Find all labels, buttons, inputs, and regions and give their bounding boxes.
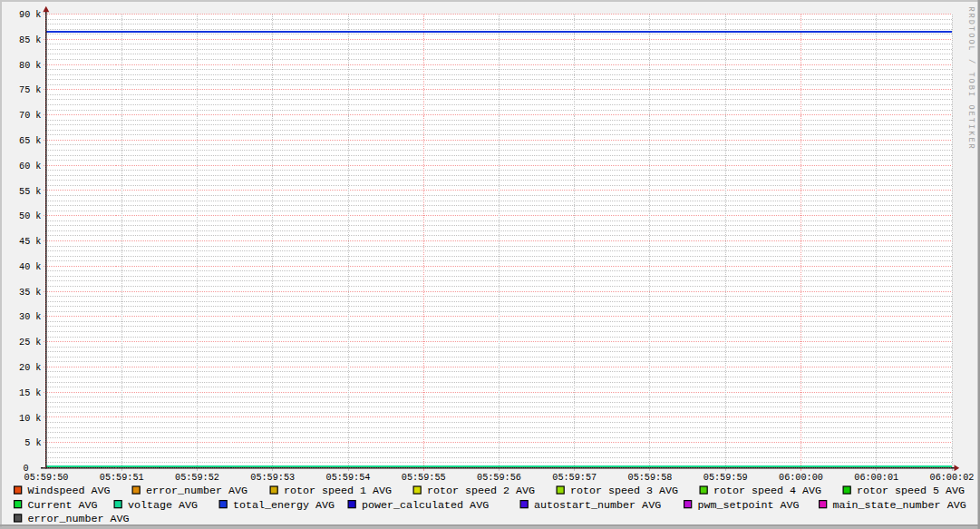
svg-text:80 k: 80 k	[19, 61, 41, 71]
svg-text:06:00:02: 06:00:02	[930, 473, 975, 483]
svg-text:main_state_number AVG: main_state_number AVG	[832, 499, 965, 512]
svg-text:10 k: 10 k	[19, 414, 41, 424]
svg-text:rotor speed 4 AVG: rotor speed 4 AVG	[713, 485, 821, 497]
svg-text:70 k: 70 k	[19, 111, 41, 121]
svg-text:rotor speed 1 AVG: rotor speed 1 AVG	[284, 485, 392, 497]
svg-text:05:59:55: 05:59:55	[402, 473, 446, 483]
svg-text:05:59:51: 05:59:51	[100, 473, 144, 483]
svg-text:55 k: 55 k	[19, 187, 41, 197]
svg-text:error_number AVG: error_number AVG	[146, 485, 247, 497]
svg-text:rotor speed 2 AVG: rotor speed 2 AVG	[427, 485, 535, 497]
svg-text:06:00:00: 06:00:00	[779, 473, 823, 483]
svg-text:power_calculated AVG: power_calculated AVG	[362, 499, 489, 512]
svg-text:45 k: 45 k	[19, 237, 41, 247]
svg-text:05:59:57: 05:59:57	[552, 473, 597, 483]
svg-text:voltage AVG: voltage AVG	[128, 499, 198, 512]
svg-text:rotor speed 3 AVG: rotor speed 3 AVG	[570, 485, 678, 497]
svg-text:06:00:01: 06:00:01	[854, 473, 898, 483]
svg-text:autostart_number AVG: autostart_number AVG	[534, 499, 661, 512]
svg-text:35 k: 35 k	[19, 288, 41, 298]
svg-text:05:59:56: 05:59:56	[477, 473, 521, 483]
svg-text:85 k: 85 k	[19, 35, 41, 45]
svg-text:error_number AVG: error_number AVG	[27, 513, 129, 525]
svg-text:05:59:50: 05:59:50	[24, 473, 69, 483]
svg-text:90 k: 90 k	[19, 10, 41, 20]
svg-text:40 k: 40 k	[19, 262, 41, 272]
svg-text:5 k: 5 k	[24, 438, 41, 448]
svg-text:05:59:58: 05:59:58	[628, 473, 673, 483]
svg-text:50 k: 50 k	[19, 211, 41, 221]
svg-text:Current AVG: Current AVG	[27, 499, 97, 512]
svg-text:20 k: 20 k	[19, 363, 41, 373]
svg-text:05:59:54: 05:59:54	[326, 473, 371, 483]
svg-text:total_energy AVG: total_energy AVG	[233, 499, 335, 512]
svg-text:rotor speed 5 AVG: rotor speed 5 AVG	[857, 485, 965, 497]
svg-text:60 k: 60 k	[19, 162, 41, 171]
svg-text:75 k: 75 k	[19, 85, 41, 95]
svg-text:05:59:59: 05:59:59	[703, 473, 748, 483]
svg-text:05:59:53: 05:59:53	[250, 473, 295, 483]
svg-text:pwm_setpoint AVG: pwm_setpoint AVG	[697, 499, 799, 512]
svg-text:15 k: 15 k	[19, 388, 41, 398]
svg-text:65 k: 65 k	[19, 136, 41, 146]
svg-text:RRDTOOL / TOBI OETIKER: RRDTOOL / TOBI OETIKER	[966, 6, 975, 150]
svg-text:Windspeed AVG: Windspeed AVG	[27, 485, 110, 497]
svg-text:05:59:52: 05:59:52	[175, 473, 219, 483]
svg-text:25 k: 25 k	[19, 338, 41, 348]
svg-text:30 k: 30 k	[19, 312, 41, 322]
